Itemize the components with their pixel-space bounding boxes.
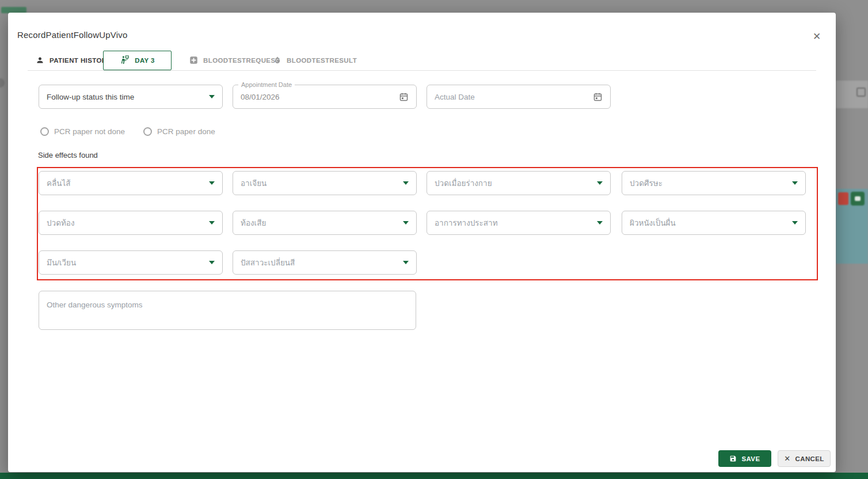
chevron-down-icon (792, 221, 798, 225)
select-placeholder: คลื่นไส้ (47, 177, 204, 189)
tab-bar: PATIENT HISTORY DAY 3 BLOODTESTREQUEST B… (28, 51, 816, 71)
chevron-down-icon (597, 221, 603, 225)
side-effect-select-neurological[interactable]: อาการทางประสาท (427, 211, 611, 235)
person-icon (36, 56, 44, 66)
add-box-icon (189, 56, 198, 66)
walking-person-icon (120, 55, 130, 66)
chevron-down-icon (209, 181, 215, 185)
other-dangerous-symptoms-input[interactable] (39, 291, 416, 330)
appointment-date-value: 08/01/2026 (241, 93, 394, 101)
select-placeholder: ปัสสาวะเปลี่ยนสี (241, 256, 398, 269)
tab-blood-test-request[interactable]: BLOODTESTREQUEST (189, 51, 280, 70)
blood-drop-icon (273, 56, 281, 66)
background-calendar-icon (856, 88, 866, 97)
record-patient-follow-up-modal: RecordPatientFollowUpVivo ✕ PATIENT HIST… (8, 13, 836, 472)
radio-label: PCR paper not done (54, 127, 125, 136)
chevron-down-icon (403, 261, 409, 264)
appointment-date-label: Appointment Date (238, 81, 295, 89)
side-effect-select-body-ache[interactable]: ปวดเมื่อยร่างกาย (427, 171, 611, 195)
tab-label: DAY 3 (135, 57, 155, 64)
radio-circle-icon (143, 127, 152, 136)
select-placeholder: อาเจียน (241, 177, 398, 189)
actual-date-field[interactable]: Actual Date (427, 85, 611, 109)
side-effect-select-urine-color[interactable]: ปัสสาวะเปลี่ยนสี (233, 250, 417, 275)
select-placeholder: ปวดเมื่อยร่างกาย (435, 177, 592, 189)
calendar-icon[interactable] (593, 92, 603, 102)
chevron-down-icon (209, 95, 215, 98)
follow-up-status-select[interactable]: Follow-up status this time (39, 85, 223, 109)
calendar-icon[interactable] (399, 92, 409, 102)
tab-patient-history[interactable]: PATIENT HISTORY (36, 51, 111, 70)
tab-label: BLOODTESTREQUEST (203, 57, 280, 64)
radio-pcr-done[interactable]: PCR paper done (143, 127, 215, 136)
side-effect-select-nausea[interactable]: คลื่นไส้ (39, 171, 223, 195)
chevron-down-icon (403, 221, 409, 225)
save-button-label: SAVE (741, 455, 760, 462)
background-action-button-hint (851, 192, 865, 206)
appointment-date-field[interactable]: Appointment Date 08/01/2026 (233, 85, 417, 109)
radio-pcr-not-done[interactable]: PCR paper not done (40, 127, 125, 136)
select-placeholder: อาการทางประสาท (435, 216, 592, 229)
select-placeholder: ผิวหนังเป็นผื่น (630, 216, 787, 229)
side-effect-select-stomach-ache[interactable]: ปวดท้อง (39, 211, 223, 235)
background-delete-button-hint (838, 192, 848, 205)
side-effect-select-diarrhea[interactable]: ท้องเสีย (233, 211, 417, 235)
cancel-button[interactable]: ✕ CANCEL (778, 450, 831, 467)
modal-title: RecordPatientFollowUpVivo (17, 30, 127, 40)
chevron-down-icon (792, 181, 798, 185)
select-placeholder: ปวดศีรษะ (630, 177, 787, 189)
pcr-radio-group: PCR paper not done PCR paper done (40, 127, 215, 136)
select-placeholder: ปวดท้อง (47, 216, 204, 229)
select-placeholder: มึน/เวียน (47, 256, 204, 269)
tab-label: BLOODTESTRESULT (287, 57, 357, 64)
tab-blood-test-result[interactable]: BLOODTESTRESULT (273, 51, 357, 70)
chevron-down-icon (403, 181, 409, 185)
side-effect-select-headache[interactable]: ปวดศีรษะ (622, 171, 806, 195)
chevron-down-icon (209, 261, 215, 264)
tab-label: PATIENT HISTORY (50, 57, 111, 64)
cancel-x-icon: ✕ (784, 454, 790, 463)
close-icon[interactable]: ✕ (809, 29, 824, 44)
select-placeholder: ท้องเสีย (241, 216, 398, 229)
save-floppy-icon (729, 455, 737, 462)
side-effect-select-dizziness[interactable]: มึน/เวียน (39, 250, 223, 275)
page-footer-bar (0, 473, 868, 479)
side-effect-select-skin-rash[interactable]: ผิวหนังเป็นผื่น (622, 211, 806, 235)
actual-date-placeholder: Actual Date (435, 93, 588, 101)
chevron-down-icon (209, 221, 215, 225)
background-circle-hint (0, 78, 5, 88)
radio-label: PCR paper done (157, 127, 215, 136)
tab-day-3[interactable]: DAY 3 (103, 51, 172, 70)
save-button[interactable]: SAVE (718, 450, 771, 467)
radio-circle-icon (40, 127, 49, 136)
follow-up-status-label: Follow-up status this time (47, 93, 204, 101)
side-effect-select-vomiting[interactable]: อาเจียน (233, 171, 417, 195)
side-effects-section-label: Side effects found (38, 151, 98, 159)
cancel-button-label: CANCEL (795, 455, 824, 462)
chevron-down-icon (597, 181, 603, 185)
